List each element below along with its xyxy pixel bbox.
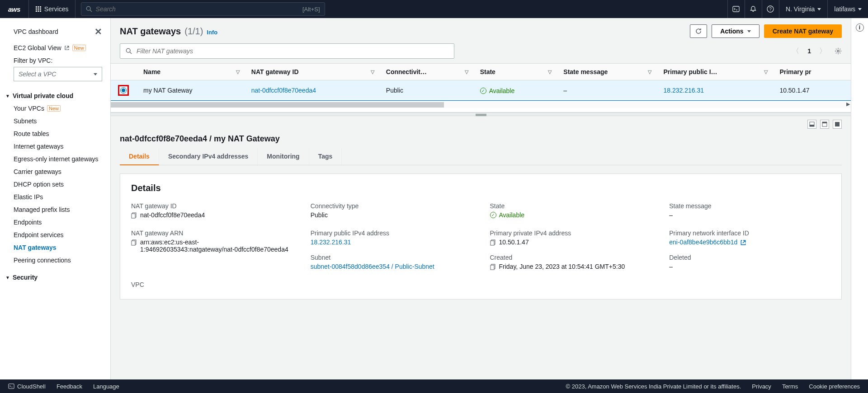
prev-page[interactable]: 〈 xyxy=(792,47,799,56)
cell-state: ✓Available xyxy=(480,87,515,94)
services-menu[interactable]: Services xyxy=(29,0,75,18)
panel-layout-1[interactable] xyxy=(807,120,816,129)
horizontal-scrollbar[interactable]: ▶ xyxy=(111,101,851,108)
svg-rect-9 xyxy=(810,125,814,126)
copy-icon[interactable] xyxy=(490,239,496,246)
cookies-link[interactable]: Cookie preferences xyxy=(809,383,860,390)
section-vpc[interactable]: ▼Virtual private cloud xyxy=(0,88,110,102)
search-icon xyxy=(126,48,132,54)
cell-connectivity: Public xyxy=(379,80,473,101)
help-icon[interactable]: ? xyxy=(762,0,779,18)
svg-line-1 xyxy=(90,10,92,12)
table-row[interactable]: my NAT Gateway nat-0dfccf0f8e70eeda4 Pub… xyxy=(111,80,851,101)
sidebar-item-endpoint-services[interactable]: Endpoint services xyxy=(0,229,110,241)
tab-details[interactable]: Details xyxy=(120,148,159,165)
feedback-link[interactable]: Feedback xyxy=(57,383,82,390)
region-selector[interactable]: N. Virginia xyxy=(779,0,827,18)
panel-layout-2[interactable] xyxy=(820,120,829,129)
copyright: © 2023, Amazon Web Services India Privat… xyxy=(566,383,741,390)
filter-icon[interactable]: ▽ xyxy=(465,69,468,75)
detail-panel: nat-0dfccf0f8e70eeda4 / my NAT Gateway D… xyxy=(111,116,851,379)
check-circle-icon: ✓ xyxy=(480,88,486,94)
sidebar-item-egress-gateways[interactable]: Egress-only internet gateways xyxy=(0,153,110,165)
cell-public-ip-link[interactable]: 18.232.216.31 xyxy=(663,87,704,94)
cloudshell-button[interactable]: CloudShell xyxy=(8,383,46,390)
copy-icon[interactable] xyxy=(490,264,496,270)
ec2-global-view-link[interactable]: EC2 Global View New xyxy=(0,42,110,54)
svg-rect-16 xyxy=(132,241,135,245)
sidebar-item-internet-gateways[interactable]: Internet gateways xyxy=(0,140,110,153)
svg-point-7 xyxy=(837,50,839,52)
caret-down-icon xyxy=(817,8,821,10)
section-security[interactable]: ▼Security xyxy=(0,269,110,284)
sidebar-item-dhcp-option-sets[interactable]: DHCP option sets xyxy=(0,178,110,191)
copy-icon[interactable] xyxy=(131,239,137,246)
search-input[interactable] xyxy=(96,5,299,13)
detail-breadcrumb: nat-0dfccf0f8e70eeda4 / my NAT Gateway xyxy=(120,132,842,148)
card-title: Details xyxy=(131,183,830,193)
info-icon[interactable]: i xyxy=(856,23,864,32)
filter-icon[interactable]: ▽ xyxy=(236,69,240,75)
filter-icon[interactable]: ▽ xyxy=(648,69,651,75)
public-ip-link[interactable]: 18.232.216.31 xyxy=(311,239,351,246)
filter-icon[interactable]: ▽ xyxy=(371,69,374,75)
filter-icon[interactable]: ▽ xyxy=(548,69,552,75)
tab-monitoring[interactable]: Monitoring xyxy=(258,148,309,165)
external-link-icon[interactable] xyxy=(740,239,746,246)
filter-icon[interactable]: ▽ xyxy=(764,69,768,75)
footer: CloudShell Feedback Language © 2023, Ama… xyxy=(0,379,868,393)
svg-rect-2 xyxy=(733,6,739,12)
svg-point-5 xyxy=(126,48,130,52)
sidebar-item-elastic-ips[interactable]: Elastic IPs xyxy=(0,191,110,203)
sidebar-item-managed-prefix-lists[interactable]: Managed prefix lists xyxy=(0,203,110,216)
caret-down-icon xyxy=(858,8,862,10)
sidebar-item-endpoints[interactable]: Endpoints xyxy=(0,216,110,229)
tab-secondary-ipv4[interactable]: Secondary IPv4 addresses xyxy=(159,148,258,165)
svg-rect-11 xyxy=(822,122,827,123)
col-state-message: State message▽ xyxy=(556,64,656,80)
splitter-collapse xyxy=(111,108,851,112)
svg-rect-21 xyxy=(9,384,14,389)
sidebar-item-route-tables[interactable]: Route tables xyxy=(0,127,110,140)
eni-link[interactable]: eni-0af8be4e9b6c6bb1d xyxy=(669,239,737,246)
detail-tabs: Details Secondary IPv4 addresses Monitor… xyxy=(120,148,842,165)
filter-input[interactable] xyxy=(137,47,448,55)
sidebar-item-peering-connections[interactable]: Peering connections xyxy=(0,254,110,267)
sidebar-item-carrier-gateways[interactable]: Carrier gateways xyxy=(0,165,110,178)
details-card: Details NAT gateway ID nat-0dfccf0f8e70e… xyxy=(120,173,842,299)
cell-nat-id-link[interactable]: nat-0dfccf0f8e70eeda4 xyxy=(251,87,316,94)
copy-icon[interactable] xyxy=(131,212,137,219)
next-page[interactable]: 〉 xyxy=(819,47,826,56)
account-menu[interactable]: latifaws xyxy=(827,0,868,18)
panel-layout-3[interactable] xyxy=(833,120,842,129)
tab-tags[interactable]: Tags xyxy=(309,148,342,165)
filter-input-wrap[interactable] xyxy=(120,43,454,59)
cloudshell-icon[interactable] xyxy=(727,0,745,18)
svg-rect-20 xyxy=(491,265,494,270)
aws-logo[interactable]: aws xyxy=(0,0,29,18)
vpc-select[interactable]: Select a VPC xyxy=(14,67,102,81)
language-link[interactable]: Language xyxy=(93,383,119,390)
create-nat-gateway-button[interactable]: Create NAT gateway xyxy=(764,24,842,38)
filter-vpc-label: Filter by VPC: xyxy=(0,54,110,66)
main-content: NAT gateways (1/1) Info Actions Create N… xyxy=(111,18,851,379)
vpc-dashboard-link[interactable]: VPC dashboard xyxy=(14,28,58,35)
info-link[interactable]: Info xyxy=(207,29,217,36)
sidebar-item-subnets[interactable]: Subnets xyxy=(0,115,110,127)
row-radio[interactable] xyxy=(118,85,129,96)
privacy-link[interactable]: Privacy xyxy=(752,383,771,390)
check-circle-icon: ✓ xyxy=(490,212,496,218)
sidebar-item-nat-gateways[interactable]: NAT gateways xyxy=(0,241,110,254)
refresh-button[interactable] xyxy=(690,24,707,38)
svg-rect-18 xyxy=(491,241,494,245)
global-search[interactable]: [Alt+S] xyxy=(81,2,325,16)
notifications-icon[interactable] xyxy=(745,0,762,18)
gear-icon[interactable] xyxy=(835,47,842,55)
actions-button[interactable]: Actions xyxy=(712,24,759,38)
sidebar-item-your-vpcs[interactable]: Your VPCs New xyxy=(0,102,110,115)
splitter[interactable] xyxy=(111,112,851,116)
subnet-link[interactable]: subnet-0084f58d0d86ee354 / Public-Subnet xyxy=(311,263,434,270)
close-icon[interactable]: ✕ xyxy=(94,26,102,37)
page-number: 1 xyxy=(807,47,811,55)
terms-link[interactable]: Terms xyxy=(782,383,798,390)
